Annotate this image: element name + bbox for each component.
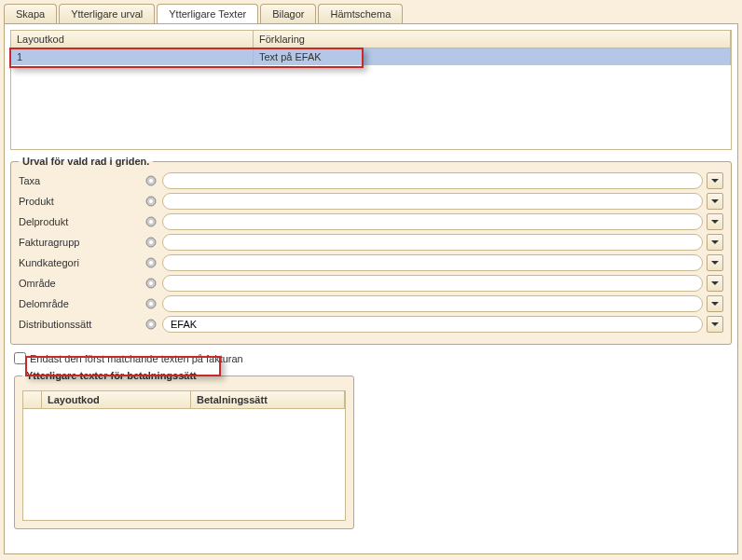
tab-ytterligare-texter[interactable]: Ytterligare Texter — [157, 4, 258, 23]
row-fakturagrupp: Fakturagrupp — [19, 234, 723, 251]
dropdown-button[interactable] — [707, 295, 723, 312]
gear-icon[interactable] — [144, 276, 158, 291]
label-taxa: Taxa — [19, 175, 140, 186]
label-fakturagrupp: Fakturagrupp — [19, 237, 140, 248]
gear-icon[interactable] — [144, 194, 158, 209]
column-header-layoutkod[interactable]: Layoutkod — [11, 31, 254, 48]
row-omrade: Område — [19, 275, 723, 292]
checkbox-label: Endast den först matchande texten på fak… — [30, 353, 243, 364]
tab-skapa[interactable]: Skapa — [4, 4, 57, 23]
grid-header: Layoutkod Förklaring — [11, 31, 731, 48]
checkbox-row: Endast den först matchande texten på fak… — [14, 352, 728, 364]
column-header-layoutkod-2[interactable]: Layoutkod — [42, 391, 191, 408]
row-produkt: Produkt — [19, 193, 723, 210]
label-distributionssatt: Distributionssätt — [19, 319, 140, 330]
dropdown-button[interactable] — [707, 316, 723, 333]
table-row[interactable]: 1 Text på EFAK — [11, 48, 731, 65]
dropdown-button[interactable] — [707, 275, 723, 292]
label-produkt: Produkt — [19, 196, 140, 207]
label-kundkategori: Kundkategori — [19, 257, 140, 268]
tab-hamtschema[interactable]: Hämtschema — [318, 4, 403, 23]
gear-icon[interactable] — [144, 317, 158, 332]
row-delprodukt: Delprodukt — [19, 213, 723, 230]
tab-ytterligare-urval[interactable]: Ytterligare urval — [59, 4, 155, 23]
tab-content: Layoutkod Förklaring 1 Text på EFAK Urva… — [4, 23, 738, 554]
omrade-input[interactable] — [162, 275, 703, 292]
column-header-betalningssatt[interactable]: Betalningssätt — [191, 391, 345, 408]
dropdown-button[interactable] — [707, 193, 723, 210]
combo-fakturagrupp — [162, 234, 723, 251]
combo-produkt — [162, 193, 723, 210]
small-grid-header: Layoutkod Betalningssätt — [23, 391, 345, 409]
tab-bar: Skapa Ytterligare urval Ytterligare Text… — [0, 0, 742, 23]
tab-bilagor[interactable]: Bilagor — [260, 4, 316, 23]
grid-body-empty — [11, 65, 731, 149]
betalningssatt-fieldset: Ytterligare texter för betalningssätt La… — [14, 370, 354, 529]
gear-icon[interactable] — [144, 296, 158, 311]
dropdown-button[interactable] — [707, 254, 723, 271]
label-omrade: Område — [19, 278, 140, 289]
svg-point-9 — [149, 261, 153, 265]
betalningssatt-grid: Layoutkod Betalningssätt — [22, 390, 346, 521]
gear-icon[interactable] — [144, 235, 158, 250]
svg-point-3 — [149, 199, 153, 203]
combo-omrade — [162, 275, 723, 292]
gear-icon[interactable] — [144, 173, 158, 188]
delprodukt-input[interactable] — [162, 213, 703, 230]
dropdown-button[interactable] — [707, 213, 723, 230]
combo-kundkategori — [162, 254, 723, 271]
endast-forst-checkbox[interactable] — [14, 352, 26, 364]
svg-point-11 — [149, 281, 153, 285]
delomrade-input[interactable] — [162, 295, 703, 312]
cell-layoutkod: 1 — [11, 48, 254, 65]
distributionssatt-input[interactable] — [162, 316, 703, 333]
betalningssatt-legend: Ytterligare texter för betalningssätt — [22, 370, 200, 381]
layout-grid: Layoutkod Förklaring 1 Text på EFAK — [10, 30, 732, 150]
combo-taxa — [162, 172, 723, 189]
row-distributionssatt: Distributionssätt — [19, 316, 723, 333]
gear-icon[interactable] — [144, 214, 158, 229]
svg-point-7 — [149, 240, 153, 244]
svg-point-15 — [149, 322, 153, 326]
urval-legend: Urval för vald rad i griden. — [19, 156, 153, 167]
kundkategori-input[interactable] — [162, 254, 703, 271]
gear-icon[interactable] — [144, 255, 158, 270]
fakturagrupp-input[interactable] — [162, 234, 703, 251]
dropdown-button[interactable] — [707, 172, 723, 189]
combo-delprodukt — [162, 213, 723, 230]
produkt-input[interactable] — [162, 193, 703, 210]
svg-point-1 — [149, 179, 153, 183]
row-taxa: Taxa — [19, 172, 723, 189]
column-header-forklaring[interactable]: Förklaring — [254, 31, 731, 48]
combo-delomrade — [162, 295, 723, 312]
small-grid-corner — [23, 391, 42, 408]
cell-forklaring: Text på EFAK — [254, 48, 731, 65]
svg-point-5 — [149, 220, 153, 224]
row-kundkategori: Kundkategori — [19, 254, 723, 271]
urval-fieldset: Urval för vald rad i griden. Taxa Produk… — [10, 156, 732, 345]
combo-distributionssatt — [162, 316, 723, 333]
taxa-input[interactable] — [162, 172, 703, 189]
label-delprodukt: Delprodukt — [19, 216, 140, 227]
svg-point-13 — [149, 302, 153, 306]
row-delomrade: Delområde — [19, 295, 723, 312]
dropdown-button[interactable] — [707, 234, 723, 251]
label-delomrade: Delområde — [19, 298, 140, 309]
